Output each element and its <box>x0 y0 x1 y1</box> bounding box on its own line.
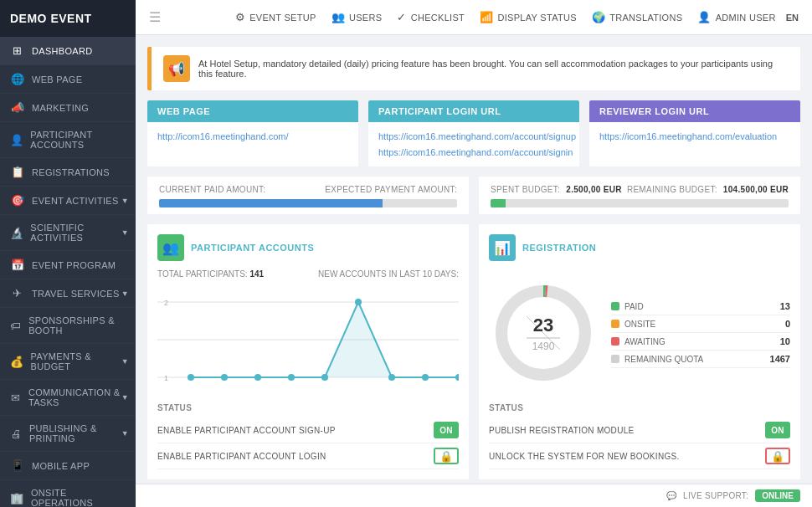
chat-icon: 💬 <box>666 491 676 500</box>
registration-legend: PAID 13 ONSITE 0 <box>611 298 790 368</box>
budget-card-spent: SPENT BUDGET: 2.500,00 EUR REMAINING BUD… <box>479 177 800 214</box>
svg-point-10 <box>321 374 328 381</box>
registration-status-section: STATUS PUBLISH REGISTRATION MODULE ON UN… <box>489 403 790 469</box>
chevron-icon: ▼ <box>121 429 129 438</box>
widgets-row: 👥 PARTICIPANT ACCOUNTS TOTAL PARTICIPANT… <box>147 224 800 479</box>
url-card-body-web-page: http://icom16.meetinghand.com/ <box>147 122 358 151</box>
url-link-signin[interactable]: https://icom16.meetinghand.com/account/s… <box>378 145 569 161</box>
svg-point-9 <box>288 374 295 381</box>
expected-label: EXPECTED PAYMENT AMOUNT: <box>325 185 457 194</box>
donut-label: 23 1490 <box>527 315 560 352</box>
publishing-icon: 🖨 <box>10 428 23 440</box>
sidebar-item-event-program[interactable]: 📅 EVENT PROGRAM <box>0 251 136 279</box>
sidebar-item-label: WEB PAGE <box>32 74 82 84</box>
online-badge: ONLINE <box>755 489 800 502</box>
sidebar-item-participant-accounts[interactable]: 👤 PARTICIPANT ACCOUNTS <box>0 122 136 158</box>
sidebar-item-label: MOBILE APP <box>32 461 90 471</box>
status-badge-signup[interactable]: ON <box>434 422 459 438</box>
svg-point-14 <box>455 374 459 381</box>
participant-chart: 2 1 <box>157 285 459 394</box>
topnav-event-setup[interactable]: ⚙ EVENT SETUP <box>235 11 316 23</box>
topnav-display-status[interactable]: 📶 DISPLAY STATUS <box>480 11 577 23</box>
budget-bar-spent <box>491 199 789 207</box>
spent-label: SPENT BUDGET: 2.500,00 EUR <box>491 185 622 194</box>
sidebar-item-web-page[interactable]: 🌐 WEB PAGE <box>0 65 136 94</box>
chart-container: 2 1 <box>157 285 459 397</box>
onsite-icon: 🏢 <box>10 492 24 504</box>
budget-card-payments: CURRENT PAID AMOUNT: EXPECTED PAYMENT AM… <box>147 177 469 214</box>
topnav-users[interactable]: 👥 USERS <box>331 11 383 23</box>
budget-row: CURRENT PAID AMOUNT: EXPECTED PAYMENT AM… <box>147 177 800 214</box>
svg-point-12 <box>388 374 395 381</box>
status-row-publish: PUBLISH REGISTRATION MODULE ON <box>489 417 790 443</box>
topnav-checklist[interactable]: ✓ CHECKLIST <box>397 11 465 23</box>
sidebar-item-dashboard[interactable]: ⊞ DASHBOARD <box>0 37 136 65</box>
users-icon: 👥 <box>331 11 345 23</box>
svg-text:1: 1 <box>164 374 168 382</box>
sidebar-item-marketing[interactable]: 📣 MARKETING <box>0 94 136 122</box>
sidebar-item-publishing[interactable]: 🖨 PUBLISHING & PRINTING ▼ <box>0 416 136 452</box>
sponsorships-icon: 🏷 <box>10 320 22 332</box>
url-card-header-web-page: WEB PAGE <box>147 100 358 122</box>
status-badge-login[interactable]: 🔒 <box>434 448 459 464</box>
url-link-signup[interactable]: https://icom16.meetinghand.com/account/s… <box>378 129 569 145</box>
url-card-web-page: WEB PAGE http://icom16.meetinghand.com/ <box>147 100 358 166</box>
sidebar-item-payments[interactable]: 💰 PAYMENTS & BUDGET ▼ <box>0 344 136 380</box>
registrations-icon: 📋 <box>10 166 25 178</box>
top-navigation: ☰ ⚙ EVENT SETUP 👥 USERS ✓ CHECKLIST 📶 DI… <box>136 0 812 35</box>
sidebar-title: DEMO EVENT <box>0 0 136 37</box>
url-card-header-reviewer: REVIEWER LOGIN URL <box>589 100 800 122</box>
alert-banner: 📢 At Hotel Setup, mandatory detailed (da… <box>147 47 800 90</box>
travel-icon: ✈ <box>10 287 25 300</box>
sidebar-item-label: COMMUNICATION & TASKS <box>28 387 126 407</box>
web-page-icon: 🌐 <box>10 73 25 85</box>
admin-icon: 👤 <box>697 11 711 23</box>
sidebar-item-label: REGISTRATIONS <box>32 167 110 177</box>
budget-bar-payments <box>159 199 457 207</box>
dashboard-icon: ⊞ <box>10 44 25 57</box>
url-card-reviewer-login: REVIEWER LOGIN URL https://icom16.meetin… <box>589 100 800 166</box>
sidebar-item-sponsorships[interactable]: 🏷 SPONSORSHIPS & BOOTH <box>0 308 136 344</box>
sidebar-item-label: EVENT PROGRAM <box>32 260 116 270</box>
topnav-translations[interactable]: 🌍 TRANSLATIONS <box>592 11 682 23</box>
sidebar-item-onsite[interactable]: 🏢 ONSITE OPERATIONS <box>0 480 136 507</box>
url-card-body-reviewer: https://icom16.meetinghand.com/evaluatio… <box>589 122 800 151</box>
sidebar-item-label: DASHBOARD <box>32 46 92 56</box>
budget-bar-fill-spent <box>491 199 506 207</box>
language-selector[interactable]: EN <box>786 13 799 23</box>
svg-point-6 <box>188 374 194 381</box>
url-card-header-participant: PARTICIPANT LOGIN URL <box>368 100 579 122</box>
sidebar-item-label: SPONSORSHIPS & BOOTH <box>28 315 126 335</box>
url-link[interactable]: http://icom16.meetinghand.com/ <box>157 129 348 145</box>
url-cards-row: WEB PAGE http://icom16.meetinghand.com/ … <box>147 100 800 166</box>
topnav-admin-user[interactable]: 👤 ADMIN USER <box>697 11 775 23</box>
sidebar-item-registrations[interactable]: 📋 REGISTRATIONS <box>0 158 136 187</box>
sidebar-item-label: PARTICIPANT ACCOUNTS <box>30 130 126 150</box>
payments-icon: 💰 <box>10 356 24 368</box>
legend-dot-paid <box>611 302 619 310</box>
budget-bar-fill <box>159 199 383 207</box>
registration-content: 23 1490 PAID 13 <box>489 269 790 397</box>
chevron-icon: ▼ <box>121 289 129 298</box>
communication-icon: ✉ <box>10 392 22 404</box>
sidebar-item-label: PUBLISHING & PRINTING <box>29 423 126 443</box>
legend-item-onsite: ONSITE 0 <box>611 315 790 333</box>
remaining-label: REMAINING BUDGET: 104.500,00 EUR <box>627 185 789 194</box>
donut-chart: 23 1490 <box>489 279 598 387</box>
display-icon: 📶 <box>480 11 493 23</box>
status-badge-publish[interactable]: ON <box>765 422 790 438</box>
sidebar-item-label: ONSITE OPERATIONS <box>31 488 126 507</box>
sidebar-item-label: MARKETING <box>32 103 89 113</box>
participant-status-section: STATUS ENABLE PARTICIPANT ACCOUNT SIGN-U… <box>157 403 459 469</box>
sidebar-item-label: SCIENTIFIC ACTIVITIES <box>30 223 126 243</box>
sidebar-item-scientific[interactable]: 🔬 SCIENTIFIC ACTIVITIES ▼ <box>0 215 136 251</box>
sidebar-item-travel-services[interactable]: ✈ TRAVEL SERVICES ▼ <box>0 279 136 308</box>
sidebar-item-communication[interactable]: ✉ COMMUNICATION & TASKS ▼ <box>0 380 136 416</box>
sidebar-item-mobile-app[interactable]: 📱 MOBILE APP <box>0 452 136 480</box>
alert-icon: 📢 <box>163 55 190 82</box>
url-link-reviewer[interactable]: https://icom16.meetinghand.com/evaluatio… <box>599 129 790 145</box>
sidebar-item-event-activities[interactable]: 🎯 EVENT ACTIVITIES ▼ <box>0 187 136 215</box>
status-badge-unlock[interactable]: 🔒 <box>765 448 790 464</box>
svg-point-11 <box>355 299 362 305</box>
hamburger-icon[interactable]: ☰ <box>149 9 161 25</box>
